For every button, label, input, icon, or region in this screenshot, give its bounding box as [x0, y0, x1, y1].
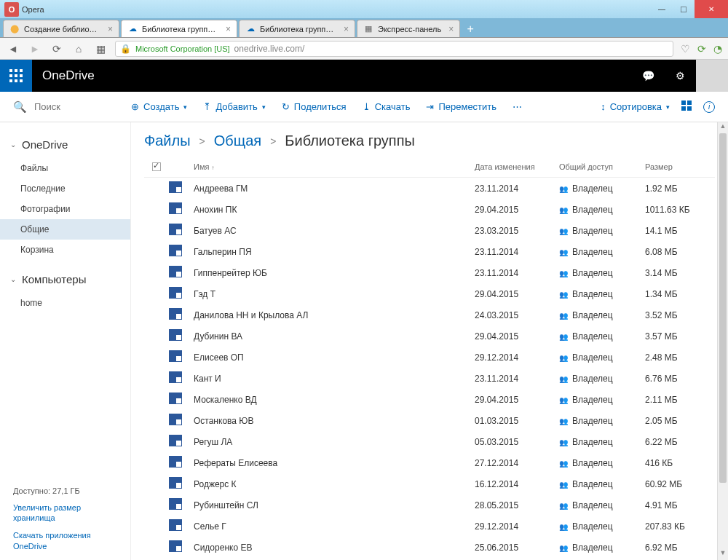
- col-size[interactable]: Размер: [645, 162, 715, 171]
- sidebar-item[interactable]: Файлы: [0, 158, 130, 178]
- table-row[interactable]: Дубинин ВА 29.04.2015 👥Владелец 3.57 МБ: [144, 326, 715, 347]
- profile-avatar[interactable]: [696, 60, 728, 92]
- table-row[interactable]: Гэд Т 29.04.2015 👥Владелец 1.34 МБ: [144, 283, 715, 304]
- sort-button[interactable]: ↕Сортировка▾: [601, 101, 670, 112]
- plus-icon: ⊕: [131, 101, 139, 112]
- breadcrumb-link[interactable]: Общая: [214, 133, 261, 149]
- suite-header: OneDrive 💬 ⚙: [0, 60, 728, 92]
- table-row[interactable]: Гиппенрейтер ЮБ 23.11.2014 👥Владелец 3.1…: [144, 262, 715, 283]
- download-apps-link[interactable]: Скачать приложения OneDrive: [13, 530, 117, 551]
- table-row[interactable]: Рефераты Елисеева 27.12.2014 👥Владелец 4…: [144, 452, 715, 473]
- table-row[interactable]: Данилова НН и Крылова АЛ 24.03.2015 👥Вла…: [144, 304, 715, 326]
- add-button[interactable]: ⤒Добавить▾: [203, 101, 265, 112]
- table-row[interactable]: Регуш ЛА 05.03.2015 👥Владелец 6.22 МБ: [144, 431, 715, 452]
- create-button[interactable]: ⊕Создать▾: [131, 101, 187, 112]
- sidebar-item[interactable]: Фотографии: [0, 199, 130, 219]
- tab-close-icon[interactable]: ×: [446, 24, 454, 34]
- window-minimize[interactable]: —: [651, 0, 673, 18]
- table-row[interactable]: Батуев АС 23.03.2015 👥Владелец 14.1 МБ: [144, 220, 715, 241]
- browser-tab[interactable]: ☁Библиотека группы — O×: [121, 20, 237, 37]
- table-row[interactable]: Елисеев ОП 29.12.2014 👥Владелец 2.48 МБ: [144, 347, 715, 368]
- browser-tab[interactable]: ☁Библиотека группы — O×: [239, 20, 355, 37]
- table-row[interactable]: Москаленко ВД 29.04.2015 👥Владелец 2.11 …: [144, 389, 715, 410]
- file-name[interactable]: Гэд Т: [194, 289, 475, 299]
- sidebar-item[interactable]: Последние: [0, 178, 130, 199]
- table-row[interactable]: Анохин ПК 29.04.2015 👥Владелец 1011.63 К…: [144, 199, 715, 220]
- file-name[interactable]: Гиппенрейтер ЮБ: [194, 268, 475, 278]
- nav-forward[interactable]: ►: [28, 43, 42, 55]
- browser-tab[interactable]: ▦Экспресс-панель×: [357, 20, 460, 37]
- table-row[interactable]: Рубинштейн СЛ 28.05.2015 👥Владелец 4.91 …: [144, 494, 715, 516]
- table-row[interactable]: Роджерс К 16.12.2014 👥Владелец 60.92 МБ: [144, 473, 715, 494]
- select-all-checkbox[interactable]: [152, 162, 161, 171]
- file-name[interactable]: Елисеев ОП: [194, 352, 475, 363]
- search-icon[interactable]: 🔍: [13, 100, 27, 114]
- scroll-thumb[interactable]: [719, 133, 727, 483]
- nav-back[interactable]: ◄: [6, 43, 20, 55]
- table-row[interactable]: Селье Г 29.12.2014 👥Владелец 207.83 КБ: [144, 516, 715, 537]
- download-button[interactable]: ⤓Скачать: [363, 101, 411, 112]
- browser-tab[interactable]: ⬤Создание библиотеки гр×: [3, 20, 119, 37]
- file-name[interactable]: Данилова НН и Крылова АЛ: [194, 310, 475, 320]
- app-launcher[interactable]: [0, 60, 32, 92]
- col-share[interactable]: Общий доступ: [559, 162, 645, 171]
- tab-close-icon[interactable]: ×: [341, 24, 349, 34]
- scroll-down-arrow[interactable]: ▼: [718, 549, 728, 560]
- tab-close-icon[interactable]: ×: [223, 24, 231, 34]
- file-date: 29.04.2015: [475, 289, 559, 299]
- tab-close-icon[interactable]: ×: [105, 24, 113, 34]
- file-name[interactable]: Сидоренко ЕВ: [194, 543, 475, 553]
- file-share: 👥Владелец: [559, 289, 645, 299]
- table-row[interactable]: Андреева ГМ 23.11.2014 👥Владелец 1.92 МБ: [144, 178, 715, 199]
- table-row[interactable]: Сидоренко ЕВ 25.06.2015 👥Владелец 6.92 М…: [144, 537, 715, 558]
- file-name[interactable]: Батуев АС: [194, 226, 475, 236]
- sidebar-item[interactable]: Общие: [0, 219, 130, 240]
- table-row[interactable]: Гальперин ПЯ 23.11.2014 👥Владелец 6.08 М…: [144, 241, 715, 262]
- col-name[interactable]: Имя↑: [194, 162, 475, 171]
- sidebar-item[interactable]: home: [0, 293, 130, 313]
- more-button[interactable]: ⋯: [513, 101, 522, 112]
- file-name[interactable]: Селье Г: [194, 521, 475, 532]
- share-button[interactable]: ↻Поделиться: [282, 101, 347, 112]
- brand-name[interactable]: OneDrive: [32, 60, 95, 92]
- new-tab-button[interactable]: +: [462, 21, 479, 37]
- settings-icon[interactable]: ⚙: [664, 60, 696, 92]
- window-maximize[interactable]: □: [673, 0, 695, 18]
- nav-reload[interactable]: ⟳: [50, 43, 64, 55]
- file-name[interactable]: Останкова ЮВ: [194, 416, 475, 426]
- breadcrumb-link[interactable]: Файлы: [144, 133, 191, 149]
- file-name[interactable]: Регуш ЛА: [194, 437, 475, 447]
- info-icon[interactable]: i: [703, 101, 715, 113]
- file-name[interactable]: Рубинштейн СЛ: [194, 500, 475, 510]
- file-name[interactable]: Роджерс К: [194, 479, 475, 489]
- file-date: 29.04.2015: [475, 205, 559, 215]
- move-button[interactable]: ⇥Переместить: [426, 101, 496, 112]
- chat-icon[interactable]: 💬: [632, 60, 664, 92]
- search-input[interactable]: [34, 101, 107, 112]
- sidebar-group-onedrive[interactable]: ⌄OneDrive: [0, 135, 130, 158]
- col-date[interactable]: Дата изменения: [475, 162, 559, 171]
- file-name[interactable]: Москаленко ВД: [194, 395, 475, 405]
- extension-icon[interactable]: ⟳: [697, 43, 706, 55]
- url-field[interactable]: 🔒 Microsoft Corporation [US] onedrive.li…: [115, 41, 673, 57]
- heart-icon[interactable]: ♡: [681, 43, 690, 55]
- table-row[interactable]: Останкова ЮВ 01.03.2015 👥Владелец 2.05 М…: [144, 410, 715, 431]
- nav-home[interactable]: ⌂: [71, 43, 86, 55]
- file-name[interactable]: Анохин ПК: [194, 205, 475, 215]
- window-close[interactable]: ✕: [695, 0, 728, 18]
- file-size: 6.92 МБ: [645, 543, 715, 553]
- nav-speeddial[interactable]: ▦: [93, 43, 108, 55]
- file-name[interactable]: Рефераты Елисеева: [194, 458, 475, 468]
- scroll-up-arrow[interactable]: ▲: [718, 122, 728, 133]
- view-toggle[interactable]: [681, 100, 692, 113]
- file-name[interactable]: Кант И: [194, 374, 475, 384]
- sidebar-item[interactable]: Корзина: [0, 240, 130, 260]
- upgrade-storage-link[interactable]: Увеличить размер хранилища: [13, 502, 117, 524]
- table-row[interactable]: Кант И 23.11.2014 👥Владелец 6.76 МБ: [144, 368, 715, 389]
- vertical-scrollbar[interactable]: ▲ ▼: [717, 122, 728, 560]
- file-name[interactable]: Дубинин ВА: [194, 331, 475, 342]
- file-name[interactable]: Гальперин ПЯ: [194, 247, 475, 257]
- sync-icon[interactable]: ◔: [713, 43, 722, 55]
- file-name[interactable]: Андреева ГМ: [194, 184, 475, 194]
- sidebar-group-computers[interactable]: ⌄Компьютеры: [0, 270, 130, 293]
